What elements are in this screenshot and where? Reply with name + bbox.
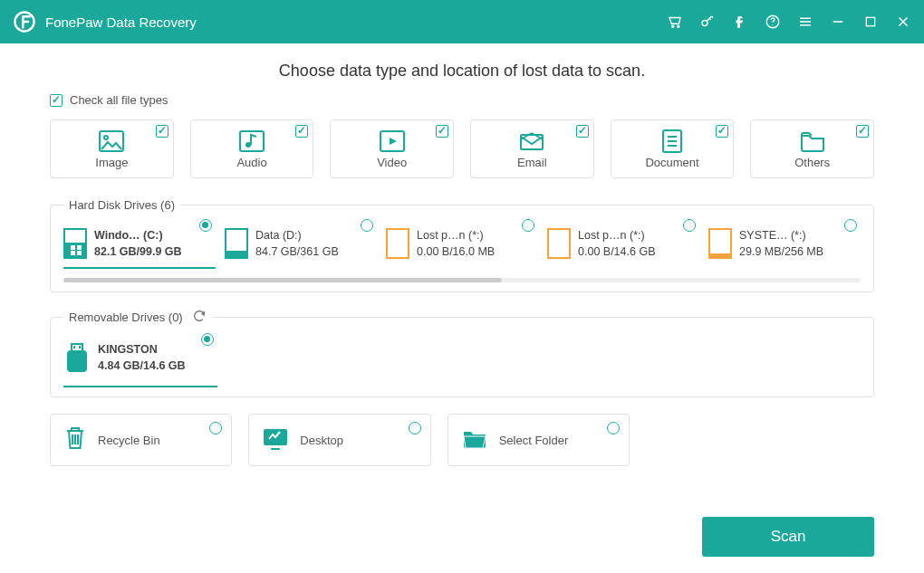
drive-lost-2-radio[interactable]: [683, 219, 696, 232]
image-icon: [98, 129, 125, 154]
drive-system-name: SYSTE… (*:): [739, 228, 823, 244]
drive-kingston-radio[interactable]: [201, 333, 214, 346]
usb-icon: [63, 342, 91, 378]
file-type-email-label: Email: [517, 156, 547, 169]
drive-lost-2-icon: [547, 228, 571, 259]
check-all-label: Check all file types: [70, 93, 168, 107]
drive-c-size: 82.1 GB/99.9 GB: [94, 244, 182, 261]
app-window: FonePaw Data Recovery: [0, 0, 924, 573]
svg-rect-18: [72, 344, 82, 351]
folder-icon: [799, 129, 826, 154]
drive-d-radio[interactable]: [361, 219, 373, 232]
check-all-row[interactable]: Check all file types: [50, 93, 874, 107]
drive-system-icon: [708, 228, 732, 259]
key-icon[interactable]: [699, 14, 716, 30]
svg-point-8: [104, 136, 108, 139]
cart-icon[interactable]: [667, 14, 683, 30]
file-type-others[interactable]: Others: [750, 119, 874, 178]
file-type-document[interactable]: Document: [611, 119, 735, 178]
drive-d-icon: [225, 228, 248, 259]
svg-rect-15: [77, 245, 82, 250]
file-type-document-checkbox[interactable]: [716, 125, 728, 138]
location-select-folder[interactable]: Select Folder: [448, 414, 630, 466]
drives-scrollbar-thumb[interactable]: [63, 278, 502, 282]
video-icon: [379, 129, 406, 154]
menu-icon[interactable]: [797, 14, 813, 30]
svg-rect-16: [71, 251, 75, 255]
file-type-others-label: Others: [794, 156, 830, 169]
svg-rect-6: [866, 17, 874, 25]
file-type-email-checkbox[interactable]: [576, 125, 589, 138]
drive-c[interactable]: Windo… (C:) 82.1 GB/99.9 GB: [63, 224, 216, 269]
svg-point-3: [702, 21, 707, 26]
close-icon[interactable]: [895, 14, 911, 30]
svg-point-2: [678, 25, 679, 27]
svg-rect-17: [77, 251, 82, 255]
titlebar: FonePaw Data Recovery: [0, 0, 924, 43]
file-type-email[interactable]: Email: [470, 119, 594, 178]
location-desktop[interactable]: Desktop: [248, 414, 430, 466]
file-type-document-label: Document: [645, 156, 698, 169]
drive-lost-1-size: 0.00 B/16.0 MB: [417, 244, 495, 261]
location-folder-radio[interactable]: [607, 422, 620, 435]
drive-kingston[interactable]: KINGSTON 4.84 GB/14.6 GB: [63, 339, 217, 387]
location-recycle-bin[interactable]: Recycle Bin: [50, 414, 232, 466]
svg-rect-14: [71, 245, 75, 250]
drive-kingston-name: KINGSTON: [98, 342, 186, 358]
removable-row: KINGSTON 4.84 GB/14.6 GB: [63, 339, 861, 387]
file-type-image[interactable]: Image: [50, 119, 174, 178]
help-icon[interactable]: [765, 14, 781, 30]
hard-disk-group: Hard Disk Drives (6) Windo… (C:) 82.1 GB…: [50, 198, 874, 292]
file-type-audio[interactable]: Audio: [190, 119, 314, 178]
drive-lost-1-radio[interactable]: [522, 219, 534, 232]
check-all-checkbox[interactable]: [50, 94, 63, 107]
hard-disk-legend: Hard Disk Drives (6): [63, 198, 180, 212]
location-recycle-radio[interactable]: [209, 422, 222, 435]
svg-rect-19: [68, 351, 86, 371]
removable-legend: Removable Drives (0): [63, 309, 212, 326]
drive-d[interactable]: Data (D:) 84.7 GB/361 GB: [225, 224, 377, 263]
locations-row: Recycle Bin Desktop: [50, 414, 630, 466]
drives-row: Windo… (C:) 82.1 GB/99.9 GB Data (D:) 84…: [63, 224, 861, 269]
file-type-image-label: Image: [95, 156, 128, 169]
file-type-audio-label: Audio: [236, 156, 266, 169]
file-type-image-checkbox[interactable]: [156, 125, 168, 138]
drive-lost-1[interactable]: Lost p…n (*:) 0.00 B/16.0 MB: [386, 224, 538, 263]
drives-scrollbar[interactable]: [63, 278, 861, 282]
file-type-video[interactable]: Video: [330, 119, 454, 178]
location-desktop-label: Desktop: [300, 434, 343, 447]
file-type-others-checkbox[interactable]: [856, 125, 869, 138]
drive-lost-2-name: Lost p…n (*:): [578, 228, 655, 244]
file-type-video-checkbox[interactable]: [436, 125, 448, 138]
location-desktop-radio[interactable]: [409, 422, 421, 435]
audio-icon: [238, 129, 265, 154]
drive-lost-1-icon: [386, 228, 409, 259]
drive-c-radio[interactable]: [199, 219, 212, 232]
facebook-icon[interactable]: [732, 14, 748, 30]
desktop-icon: [262, 426, 289, 454]
drive-system-radio[interactable]: [844, 219, 857, 232]
drive-lost-2-size: 0.00 B/14.6 GB: [578, 244, 655, 261]
scan-button[interactable]: Scan: [702, 517, 874, 557]
removable-legend-text: Removable Drives (0): [69, 310, 183, 324]
drive-system[interactable]: SYSTE… (*:) 29.9 MB/256 MB: [708, 224, 861, 263]
drive-d-size: 84.7 GB/361 GB: [255, 244, 339, 261]
document-icon: [660, 129, 684, 154]
file-type-audio-checkbox[interactable]: [295, 125, 308, 138]
svg-rect-21: [79, 346, 81, 349]
file-types-row: Image Audio: [50, 119, 874, 178]
refresh-icon[interactable]: [192, 309, 207, 326]
page-heading: Choose data type and location of lost da…: [50, 62, 874, 81]
drive-lost-1-name: Lost p…n (*:): [417, 228, 495, 244]
app-title: FonePaw Data Recovery: [45, 14, 667, 30]
maximize-icon[interactable]: [862, 14, 879, 30]
drive-kingston-size: 4.84 GB/14.6 GB: [98, 358, 186, 375]
drive-system-size: 29.9 MB/256 MB: [739, 244, 823, 261]
file-type-video-label: Video: [377, 156, 407, 169]
minimize-icon[interactable]: [830, 14, 846, 30]
trash-icon: [63, 425, 87, 455]
open-folder-icon: [461, 426, 488, 454]
drive-lost-2[interactable]: Lost p…n (*:) 0.00 B/14.6 GB: [547, 224, 699, 263]
removable-group: Removable Drives (0): [50, 309, 874, 397]
svg-point-5: [772, 24, 773, 25]
